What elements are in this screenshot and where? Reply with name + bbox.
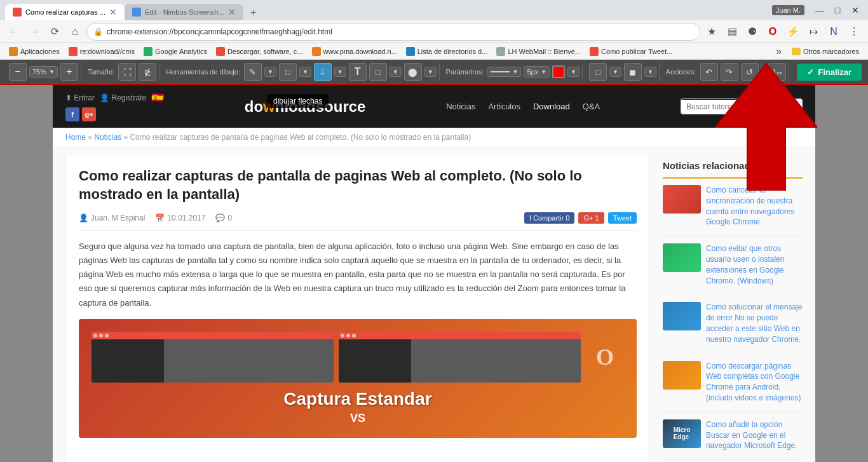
nav-articulos[interactable]: Artículos	[488, 102, 520, 111]
shape-dropdown[interactable]: ▼	[299, 67, 311, 77]
search-bar[interactable]: 🔍	[681, 99, 803, 114]
resize-expand-btn[interactable]: ⛶	[118, 63, 136, 81]
zoom-out-btn[interactable]: −	[9, 63, 27, 81]
bookmark-descargar[interactable]: Descargar, software, c...	[212, 46, 307, 57]
related-text-4[interactable]: Como añadir la opción Buscar en Google e…	[706, 419, 803, 451]
undo-btn[interactable]: ↶	[700, 63, 718, 81]
nav-noticias[interactable]: Noticias	[446, 102, 475, 111]
search-button[interactable]: 🔍	[783, 99, 802, 114]
minimize-button[interactable]: —	[812, 3, 827, 18]
tab2-close[interactable]: ✕	[228, 7, 236, 17]
address-bar[interactable]: 🔒	[86, 23, 700, 41]
bookmark-pma[interactable]: www.pma.download.n...	[308, 46, 401, 57]
bookmark-star-icon[interactable]: ★	[703, 23, 721, 41]
share-icon[interactable]: ↦	[804, 23, 822, 41]
search-input[interactable]	[681, 100, 783, 114]
counter-btn[interactable]: 1₂₃	[768, 63, 786, 81]
menu-icon[interactable]: ⋮	[845, 23, 863, 41]
profile-icon[interactable]: ⚈	[743, 23, 761, 41]
bookmarks-more-icon[interactable]: »	[773, 46, 784, 57]
nav-right-icons: ★ ▤ ⚈ O ⚡ ↦ N ⋮	[703, 23, 863, 41]
sidebar: Noticias relacionadas Como cancelar la s…	[663, 154, 803, 462]
reload-button[interactable]: ⟳	[46, 23, 64, 41]
new-tab-button[interactable]: +	[246, 5, 261, 20]
gplus-icon[interactable]: g+	[82, 107, 96, 121]
bookmark-tweet[interactable]: Como publicar Tweet...	[586, 46, 676, 57]
maximize-button[interactable]: □	[830, 3, 845, 18]
nav-qa[interactable]: Q&A	[583, 102, 600, 111]
browser-tab-2[interactable]: Edit - Nimbus Screensh... ✕	[125, 4, 243, 20]
extensions-icon[interactable]: ⚡	[784, 23, 802, 41]
bubble-dropdown[interactable]: ▼	[390, 67, 402, 77]
zoom-dropdown[interactable]: 75% ▼	[29, 66, 58, 78]
bookmark-redownload[interactable]: re:download//cms	[65, 46, 139, 57]
redo-btn[interactable]: ↷	[721, 63, 738, 81]
tab2-label: Edit - Nimbus Screensh...	[145, 8, 224, 16]
related-thumb-2	[663, 302, 701, 330]
line-style-dropdown[interactable]: ▼	[487, 67, 521, 77]
bookmark-apps[interactable]: Aplicaciones	[5, 46, 64, 57]
related-text-1[interactable]: Como evitar que otros usuario usen o ins…	[706, 243, 803, 286]
crop-btn[interactable]: ⋭	[139, 63, 156, 81]
reset-btn[interactable]: ↺	[741, 63, 759, 81]
text-btn[interactable]: T	[349, 63, 367, 81]
arrow-dropdown[interactable]: ▼	[334, 67, 346, 77]
pencil-dropdown[interactable]: ▼	[264, 67, 276, 77]
speech-bubble-btn[interactable]: □	[369, 63, 387, 81]
related-item-4: MicroEdge Como añadir la opción Buscar e…	[663, 419, 803, 459]
cast-icon[interactable]: ▤	[723, 23, 741, 41]
bookmark-tweet-favicon	[590, 47, 599, 56]
gplus-share-btn[interactable]: G+ 1	[578, 212, 604, 224]
browser-tab-1[interactable]: Como realizar capturas ... ✕	[5, 4, 125, 20]
related-text-0[interactable]: Como cancelar la sincronización de nuest…	[706, 185, 803, 228]
main-layout: Como realizar capturas de pantalla de pa…	[53, 147, 815, 462]
shape-options-group: □ ▼ ◼ ▼	[587, 63, 660, 81]
nav-download[interactable]: Download	[533, 102, 570, 111]
back-button[interactable]: ←	[5, 23, 23, 41]
arrow-btn[interactable]: ⇩	[314, 63, 332, 81]
bookmark-webmail[interactable]: LH WebMail :: Bienve...	[492, 46, 585, 57]
bookmark-analytics[interactable]: Google Analytics	[140, 46, 211, 57]
bookmark-lista[interactable]: Lista de directorios d...	[402, 46, 492, 57]
shape-arrow-icon: ▼	[302, 69, 308, 75]
breadcrumb-noticias[interactable]: Noticias	[94, 133, 121, 142]
home-button[interactable]: ⌂	[66, 23, 84, 41]
fill-arrow-icon: ▼	[428, 69, 433, 75]
shape-outline-dropdown[interactable]: ▼	[609, 67, 621, 77]
line-size-dropdown[interactable]: 5px ▼	[524, 66, 550, 78]
facebook-share-btn[interactable]: f Compartir 0	[524, 212, 575, 224]
site-header-right-enter[interactable]: ⬆ Entrar	[65, 93, 95, 102]
related-text-3[interactable]: Como descargar páginas Web completas con…	[706, 361, 803, 404]
opera-icon[interactable]: O	[764, 23, 782, 41]
nimbus-icon[interactable]: N	[825, 23, 843, 41]
related-text-2[interactable]: Como solucionar el mensaje de error No s…	[706, 302, 803, 344]
pencil-btn[interactable]: ✎	[244, 63, 262, 81]
zoom-in-btn[interactable]: +	[60, 63, 78, 81]
facebook-icon[interactable]: f	[65, 107, 79, 121]
bookmark-apps-label: Aplicaciones	[20, 48, 60, 55]
address-input[interactable]	[107, 27, 693, 36]
shape-btn[interactable]: □	[279, 63, 297, 81]
forward-button[interactable]: →	[25, 23, 43, 41]
bookmark-green-favicon	[144, 47, 153, 56]
size-group: Tamaño: ⛶ ⋭	[85, 63, 159, 81]
shape-style-btn[interactable]: ◼	[624, 63, 642, 81]
article-comments[interactable]: 💬 0	[215, 214, 232, 222]
fill-dropdown[interactable]: ▼	[424, 67, 437, 77]
fill-btn[interactable]: ⬤	[404, 63, 422, 81]
close-button[interactable]: ✕	[848, 3, 863, 18]
bookmarks-folder[interactable]: Otros marcadores	[788, 46, 863, 57]
zoom-group: − 75% ▼ +	[6, 63, 81, 81]
article-date: 📅 10.01.2017	[155, 214, 205, 222]
line-style-preview	[491, 71, 510, 72]
shape-outline-btn[interactable]: □	[589, 63, 607, 81]
tab1-close[interactable]: ✕	[109, 7, 117, 17]
shape-style-dropdown[interactable]: ▼	[644, 67, 656, 77]
color-picker[interactable]	[552, 65, 565, 78]
finalize-button[interactable]: ✓ Finalizar	[797, 64, 862, 81]
site-header-right-register[interactable]: 👤 Registrate	[100, 93, 146, 102]
tweet-share-btn[interactable]: Tweet	[608, 212, 637, 224]
color-dropdown[interactable]: ▼	[567, 67, 580, 77]
breadcrumb-home[interactable]: Home	[65, 133, 86, 142]
related-thumb-0	[663, 185, 701, 214]
